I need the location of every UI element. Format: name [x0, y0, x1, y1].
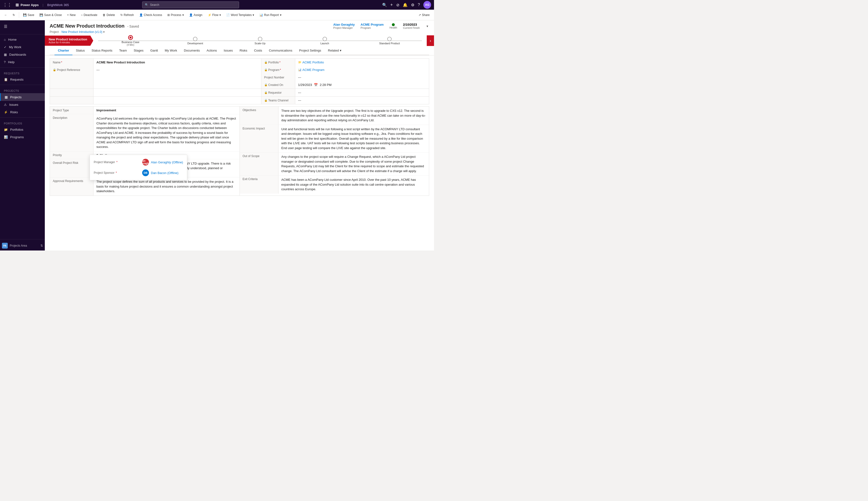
program-label: Program [360, 26, 384, 29]
subtitle-dropdown-icon[interactable]: ▾ [103, 30, 105, 34]
settings-icon[interactable]: ⚙ [411, 3, 415, 7]
menu-icon[interactable]: ⋮⋮ [3, 2, 12, 8]
back-button[interactable]: ← [2, 12, 10, 18]
form-row-requestor: 🔒 Requestor --- [50, 89, 429, 97]
economic-value[interactable]: Unit and functional tests will be run fo… [279, 125, 429, 152]
tab-mywork[interactable]: My Work [161, 46, 180, 55]
tab-risks[interactable]: Risks [236, 46, 251, 55]
sidebar-item-home[interactable]: ⌂ Home [0, 36, 45, 43]
popup-sponsor-value[interactable]: DB Dan Bacon (Offline) [138, 168, 187, 178]
active-stage-block[interactable]: New Product Introduction Active for 4 mi… [45, 35, 93, 46]
sidebar-item-risks[interactable]: ⚡ Risks [0, 108, 45, 116]
subtitle-template[interactable]: New Product Introduction (v1.0) [62, 30, 103, 34]
name-value-cell[interactable]: ACME New Product Introduction [94, 58, 261, 66]
tab-charter[interactable]: Charter [54, 46, 72, 55]
stage-sublabel-business: (4 Min) [127, 44, 134, 46]
share-button[interactable]: ↗ Share [416, 12, 432, 18]
add-icon[interactable]: + [390, 2, 393, 8]
refresh-button[interactable]: ↻ Refresh [118, 12, 136, 18]
flow-button[interactable]: ⚡ Flow ▾ [205, 12, 223, 18]
empty-label3 [50, 89, 94, 96]
global-search[interactable]: 🔍 Search [142, 1, 239, 8]
assign-button[interactable]: 👤 Assign [187, 12, 205, 18]
desc-value[interactable]: AComPany Ltd welcomes the opportunity to… [94, 114, 240, 151]
portfolio-value-cell[interactable]: 📁 ACME Portfolio [295, 58, 429, 66]
tab-documents[interactable]: Documents [180, 46, 203, 55]
tab-project-settings[interactable]: Project Settings [296, 46, 325, 55]
back-icon: ← [4, 13, 7, 17]
tab-gantt[interactable]: Gantt [147, 46, 161, 55]
sidebar-item-hamburger[interactable]: ☰ [0, 22, 45, 31]
projnum-value-cell[interactable]: --- [295, 74, 429, 81]
stage-node-standard[interactable]: Standard Product [357, 37, 422, 45]
deactivate-button[interactable]: ○ Deactivate [79, 12, 100, 18]
word-templates-icon: 📄 [226, 13, 230, 17]
objectives-value[interactable]: There are two key objectives of the Upgr… [279, 106, 429, 125]
program-value[interactable]: ACME Program [360, 23, 384, 26]
word-templates-button[interactable]: 📄 Word Templates ▾ [224, 12, 257, 18]
sidebar-bottom-area[interactable]: PA Projects Area ⇅ [0, 241, 45, 250]
brand-separator: | [43, 3, 43, 7]
deactivate-icon: ○ [81, 13, 83, 17]
tab-communications[interactable]: Communications [265, 46, 296, 55]
tab-status[interactable]: Status [72, 46, 88, 55]
search-nav-icon[interactable]: 🔍 [382, 3, 387, 7]
tab-status-reports[interactable]: Status Reports [88, 46, 116, 55]
sidebar-item-issues[interactable]: ⚠ Issues [0, 101, 45, 108]
stage-inner-dot [129, 36, 132, 39]
help-icon[interactable]: ? [418, 3, 420, 7]
teams-value-cell[interactable]: --- [295, 97, 429, 104]
sidebar-item-mywork[interactable]: ✓ My Work [0, 43, 45, 51]
flow-chevron-icon: ▾ [219, 13, 221, 17]
stage-node-business[interactable]: Business Case (4 Min) [98, 35, 163, 46]
form-row-createdon: 🔒 Created On 1/29/2023 📅 2:28 PM [50, 81, 429, 89]
filter-icon[interactable]: ⊘ [396, 3, 399, 7]
tab-team[interactable]: Team [116, 46, 130, 55]
sidebar-item-help[interactable]: ? Help [0, 58, 45, 66]
save-close-button[interactable]: 💾 Save & Close [37, 12, 64, 18]
projref-lock-icon: 🔒 [53, 68, 56, 71]
popup-sponsor-label: Project Sponsor * [90, 169, 138, 177]
exitcriteria-value[interactable]: ACME has been a AComPany Ltd customer si… [279, 175, 429, 194]
tab-stages[interactable]: Stages [130, 46, 147, 55]
finish-date-value: 2/10/2023 [403, 23, 420, 26]
projtype-value[interactable]: Improvement [94, 106, 240, 114]
save-button[interactable]: 💾 Save [21, 12, 36, 18]
stage-node-launch[interactable]: Launch [292, 37, 357, 45]
projref-value-cell[interactable]: --- [94, 66, 261, 74]
project-manager-value[interactable]: Alan Geraghty [333, 23, 355, 26]
delete-button[interactable]: 🗑 Delete [100, 12, 117, 18]
tab-related[interactable]: Related ▾ [325, 46, 345, 55]
check-access-button[interactable]: 👤 Check Access [137, 12, 165, 18]
tab-costs[interactable]: Costs [251, 46, 265, 55]
stage-next-button[interactable]: › [427, 35, 434, 46]
outofscope-value[interactable]: Any changes to the project scope will re… [279, 152, 429, 175]
requestor-value-cell[interactable]: --- [295, 89, 429, 96]
stage-node-development[interactable]: Development [163, 37, 227, 45]
new-button[interactable]: + New [65, 12, 78, 18]
header-expand-button[interactable]: ▾ [426, 24, 429, 28]
sidebar-item-dashboards[interactable]: ▦ Dashboards [0, 51, 45, 58]
name-value: ACME New Product Introduction [96, 61, 145, 64]
sidebar-item-portfolios[interactable]: 📁 Portfolios [0, 126, 45, 134]
sidebar-item-programs[interactable]: 📊 Programs [0, 134, 45, 141]
left-form-col: Project Type Improvement Description ACo… [50, 106, 240, 196]
active-stage-label: New Product Introduction [49, 38, 90, 41]
sidebar-item-projects[interactable]: ▦ Projects [0, 93, 45, 101]
program-value-cell[interactable]: 📊 ACME Program [295, 66, 429, 74]
notification-icon[interactable]: 🔔 [403, 3, 408, 7]
process-button[interactable]: ⊞ Process ▾ [165, 12, 186, 18]
refresh-icon-button[interactable]: ↻ [10, 12, 18, 18]
program-label: Program [268, 68, 280, 72]
tab-issues[interactable]: Issues [220, 46, 237, 55]
sidebar-item-requests[interactable]: 📋 Requests [0, 76, 45, 83]
brand-name[interactable]: BrightWork 365 [47, 3, 69, 7]
popup-manager-value[interactable]: Alan Geraghty Alan Geraghty (Offline) [138, 157, 187, 168]
user-avatar[interactable]: AG [423, 1, 431, 9]
objectives-row: Objectives There are two key objectives … [240, 106, 429, 125]
tab-actions[interactable]: Actions [203, 46, 220, 55]
form-row-teams: 🔒 Teams Channel --- [50, 97, 429, 104]
stage-node-scaleup[interactable]: Scale-Up [228, 37, 292, 45]
content-area: ACME New Product Introduction - Saved Al… [45, 20, 434, 250]
run-report-button[interactable]: 📊 Run Report ▾ [257, 12, 284, 18]
